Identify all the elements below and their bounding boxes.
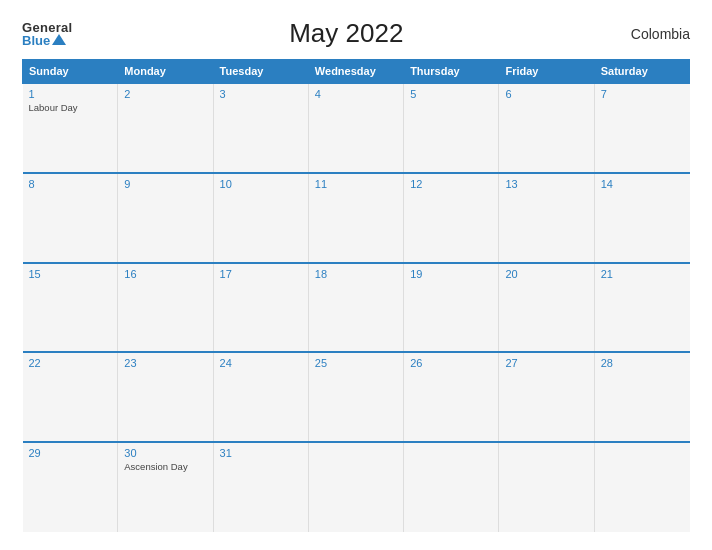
calendar-page: General Blue May 2022 Colombia Sunday Mo… [0,0,712,550]
day-number: 10 [220,178,302,190]
day-cell: 25 [308,352,403,442]
day-cell: 1Labour Day [23,83,118,173]
day-number: 30 [124,447,206,459]
day-number: 18 [315,268,397,280]
day-cell [404,442,499,532]
day-number: 16 [124,268,206,280]
day-number: 12 [410,178,492,190]
header-friday: Friday [499,60,594,84]
day-cell: 23 [118,352,213,442]
day-cell: 28 [594,352,689,442]
day-cell: 5 [404,83,499,173]
calendar-table: Sunday Monday Tuesday Wednesday Thursday… [22,59,690,532]
day-number: 8 [29,178,112,190]
holiday-label: Labour Day [29,102,112,113]
day-cell: 4 [308,83,403,173]
day-cell: 24 [213,352,308,442]
header-thursday: Thursday [404,60,499,84]
day-cell: 11 [308,173,403,263]
day-number: 7 [601,88,684,100]
header-tuesday: Tuesday [213,60,308,84]
day-number: 11 [315,178,397,190]
day-cell: 26 [404,352,499,442]
day-number: 31 [220,447,302,459]
day-cell: 22 [23,352,118,442]
day-number: 9 [124,178,206,190]
day-cell: 14 [594,173,689,263]
header-monday: Monday [118,60,213,84]
week-row-2: 15161718192021 [23,263,690,353]
header-sunday: Sunday [23,60,118,84]
day-number: 2 [124,88,206,100]
day-cell: 29 [23,442,118,532]
day-cell: 6 [499,83,594,173]
day-number: 3 [220,88,302,100]
day-cell: 10 [213,173,308,263]
day-cell: 17 [213,263,308,353]
day-number: 14 [601,178,684,190]
day-number: 22 [29,357,112,369]
day-cell [308,442,403,532]
logo-triangle-icon [52,34,66,45]
day-number: 15 [29,268,112,280]
day-number: 21 [601,268,684,280]
day-cell: 20 [499,263,594,353]
day-number: 27 [505,357,587,369]
day-number: 5 [410,88,492,100]
country-label: Colombia [620,26,690,42]
week-row-0: 1Labour Day234567 [23,83,690,173]
header-saturday: Saturday [594,60,689,84]
header: General Blue May 2022 Colombia [22,18,690,49]
day-cell: 12 [404,173,499,263]
day-number: 24 [220,357,302,369]
day-cell: 18 [308,263,403,353]
day-number: 28 [601,357,684,369]
day-cell: 13 [499,173,594,263]
calendar-title: May 2022 [73,18,620,49]
day-cell: 8 [23,173,118,263]
day-number: 26 [410,357,492,369]
day-cell: 7 [594,83,689,173]
days-header-row: Sunday Monday Tuesday Wednesday Thursday… [23,60,690,84]
logo-general-text: General [22,21,73,34]
day-number: 25 [315,357,397,369]
day-number: 29 [29,447,112,459]
day-cell: 19 [404,263,499,353]
header-wednesday: Wednesday [308,60,403,84]
holiday-label: Ascension Day [124,461,206,472]
day-cell [594,442,689,532]
day-number: 20 [505,268,587,280]
day-cell: 2 [118,83,213,173]
week-row-3: 22232425262728 [23,352,690,442]
day-number: 17 [220,268,302,280]
day-cell: 9 [118,173,213,263]
day-cell: 15 [23,263,118,353]
day-number: 6 [505,88,587,100]
week-row-1: 891011121314 [23,173,690,263]
day-number: 23 [124,357,206,369]
day-cell: 27 [499,352,594,442]
logo: General Blue [22,21,73,47]
logo-blue-text: Blue [22,34,66,47]
week-row-4: 2930Ascension Day31 [23,442,690,532]
day-number: 13 [505,178,587,190]
day-cell: 21 [594,263,689,353]
day-cell: 16 [118,263,213,353]
day-number: 4 [315,88,397,100]
day-cell: 3 [213,83,308,173]
day-cell [499,442,594,532]
day-cell: 31 [213,442,308,532]
day-number: 19 [410,268,492,280]
day-number: 1 [29,88,112,100]
day-cell: 30Ascension Day [118,442,213,532]
